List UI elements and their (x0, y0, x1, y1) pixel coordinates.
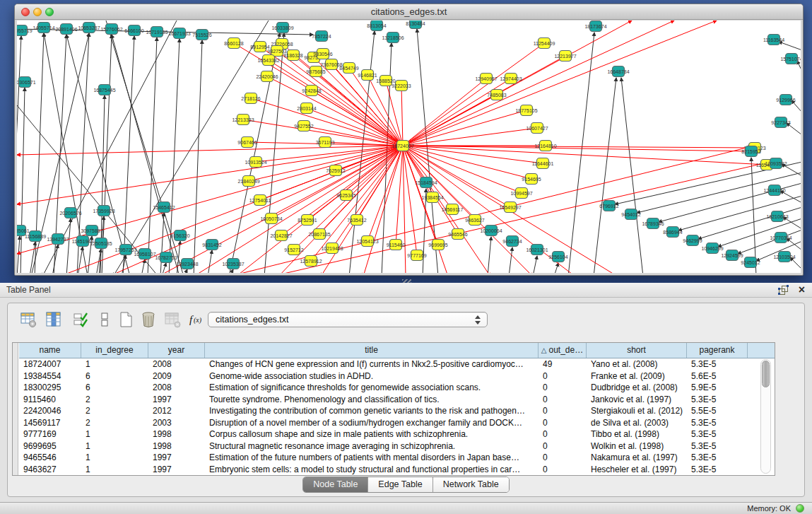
graph-node[interactable]: 16958107 (134, 249, 155, 259)
table-cell[interactable]: 5.3E-5 (687, 440, 748, 452)
graph-node[interactable]: 18173674 (584, 21, 606, 32)
network-graph[interactable]: 1872400786601288912954232260589827503165… (17, 21, 801, 273)
tab-edge-table[interactable]: Edge Table (368, 477, 433, 492)
table-cell[interactable]: Changes of HCN gene expression and I(f) … (205, 358, 539, 370)
table-cell[interactable]: 5.5E-5 (687, 405, 748, 417)
graph-node[interactable]: 16050734 (260, 214, 282, 224)
table-cell[interactable]: Franke et al. (2009) (587, 370, 687, 382)
float-panel-icon[interactable] (778, 285, 789, 295)
graph-node[interactable]: 9067466 (237, 137, 257, 148)
graph-node[interactable]: 9427552 (294, 121, 313, 132)
table-cell[interactable]: Investigating the contribution of common… (205, 405, 539, 417)
graph-edge[interactable] (554, 263, 558, 273)
graph-node[interactable]: 10770354 (770, 233, 792, 243)
graph-node[interactable]: 12578912 (300, 256, 322, 267)
table-row[interactable]: 911546021997Tourette syndrome. Phenomeno… (19, 394, 775, 406)
graph-node[interactable]: 9462734 (502, 236, 522, 247)
graph-node[interactable]: 8130484 (406, 21, 425, 29)
graph-edge-selected[interactable] (403, 78, 486, 146)
graph-node[interactable]: 16875445 (93, 85, 115, 95)
graph-node[interactable]: 15751074 (780, 54, 801, 64)
graph-node[interactable]: 20306571 (17, 77, 36, 88)
table-cell[interactable]: Estimation of the future numbers of pati… (205, 452, 539, 464)
graph-node[interactable]: 7857224 (312, 31, 331, 42)
table-cell[interactable]: 5.3E-5 (687, 394, 748, 406)
minimize-button[interactable] (33, 8, 42, 16)
graph-node[interactable]: 9256104 (548, 252, 567, 262)
column-header-short[interactable]: short (587, 343, 687, 358)
graph-edge-selected[interactable] (267, 76, 403, 146)
table-cell[interactable]: 1998 (148, 440, 205, 452)
table-cell[interactable]: 22420046 (19, 405, 81, 417)
graph-node[interactable]: 12444150 (763, 185, 785, 196)
graph-node[interactable]: 6466100 (124, 25, 143, 36)
graph-node[interactable]: 18775105 (515, 105, 537, 116)
table-scrollbar-thumb[interactable] (762, 361, 770, 387)
graph-node[interactable]: 10719185 (146, 27, 167, 37)
table-cell[interactable]: 2009 (148, 370, 205, 382)
graph-edge[interactable] (509, 247, 512, 273)
graph-node[interactable]: 12103504 (773, 252, 795, 262)
table-row[interactable]: 1938455462009Genome-wide association stu… (19, 370, 775, 382)
graph-node[interactable]: 9115460 (387, 240, 406, 250)
table-cell[interactable]: 5.3E-5 (687, 358, 748, 370)
graph-edge-selected[interactable] (158, 146, 403, 273)
graph-node[interactable]: 20206576 (59, 208, 81, 218)
graph-node[interactable]: 11254409 (534, 38, 555, 49)
graph-node[interactable]: 11163544 (763, 35, 784, 45)
graph-node[interactable]: 12940987 (475, 74, 497, 84)
graph-edge[interactable] (488, 237, 491, 273)
graph-node[interactable]: 13942737 (47, 234, 69, 245)
column-header-out_de[interactable]: △out_de… (539, 343, 587, 358)
graph-node[interactable]: 7515526 (192, 30, 211, 40)
graph-node[interactable]: 3671193 (316, 137, 335, 148)
graph-node[interactable]: 8586944 (663, 227, 682, 238)
graph-edge[interactable] (30, 242, 35, 273)
table-cell[interactable]: 0 (539, 394, 587, 406)
table-cell[interactable]: 49 (539, 358, 587, 370)
graph-node[interactable]: 9463627 (465, 215, 484, 226)
table-cell[interactable]: 5.6E-5 (687, 370, 748, 382)
graph-node[interactable]: 10607427 (526, 123, 548, 134)
delete-table-icon[interactable] (139, 310, 158, 329)
table-cell[interactable]: 1998 (148, 428, 205, 440)
tab-node-table[interactable]: Node Table (303, 477, 368, 492)
graph-node[interactable]: 10946299 (701, 243, 723, 254)
graph-node[interactable]: 10653287 (78, 23, 100, 33)
graph-edge[interactable] (751, 158, 756, 273)
table-cell[interactable]: 0 (539, 428, 587, 440)
table-cell[interactable]: 0 (539, 440, 587, 452)
tab-network-table[interactable]: Network Table (433, 477, 509, 492)
graph-node[interactable]: 16549297 (499, 202, 521, 213)
graph-node[interactable]: 9454012 (621, 209, 640, 220)
table-cell[interactable]: Embryonic stem cells: a model to study s… (205, 464, 539, 476)
table-row[interactable]: 977716911998Corpus callosum shape and si… (19, 428, 775, 440)
table-settings-icon[interactable] (19, 310, 37, 329)
graph-node[interactable]: 16955719 (17, 25, 33, 36)
close-panel-icon[interactable]: × (799, 283, 805, 297)
graph-edge[interactable] (594, 78, 616, 273)
table-cell[interactable]: 6 (81, 370, 148, 382)
column-header-name[interactable]: name (19, 343, 81, 358)
graph-node[interactable]: 8752591 (298, 215, 317, 226)
table-cell[interactable]: Yano et al. (2008) (587, 358, 687, 370)
table-cell[interactable]: Tibbo et al. (1998) (587, 428, 687, 440)
graph-edge[interactable] (787, 123, 801, 135)
graph-edge-selected[interactable] (229, 146, 752, 273)
graph-edge-selected[interactable] (269, 60, 403, 146)
table-cell[interactable]: 1997 (148, 452, 205, 464)
graph-node[interactable]: 10913524 (245, 157, 266, 168)
graph-node[interactable]: 9699695 (428, 240, 447, 250)
graph-node[interactable]: 16789346 (642, 218, 664, 229)
table-cell[interactable]: Stergiakouli et al. (2012) (587, 405, 687, 417)
function-builder-icon[interactable]: f(x) (187, 310, 206, 329)
table-cell[interactable]: Corpus callosum shape and size in male p… (205, 428, 539, 440)
table-cell[interactable]: 2008 (148, 382, 205, 394)
table-cell[interactable]: 5.9E-5 (687, 382, 748, 394)
table-cell[interactable]: 0 (539, 405, 587, 417)
window-titlebar[interactable]: citations_edges.txt (15, 4, 803, 20)
table-source-select[interactable]: citations_edges.txt (208, 312, 488, 327)
table-cell[interactable]: Dudbridge et al. (2008) (587, 382, 687, 394)
graph-node[interactable]: 16648784 (607, 66, 629, 77)
graph-edge[interactable] (423, 189, 426, 273)
